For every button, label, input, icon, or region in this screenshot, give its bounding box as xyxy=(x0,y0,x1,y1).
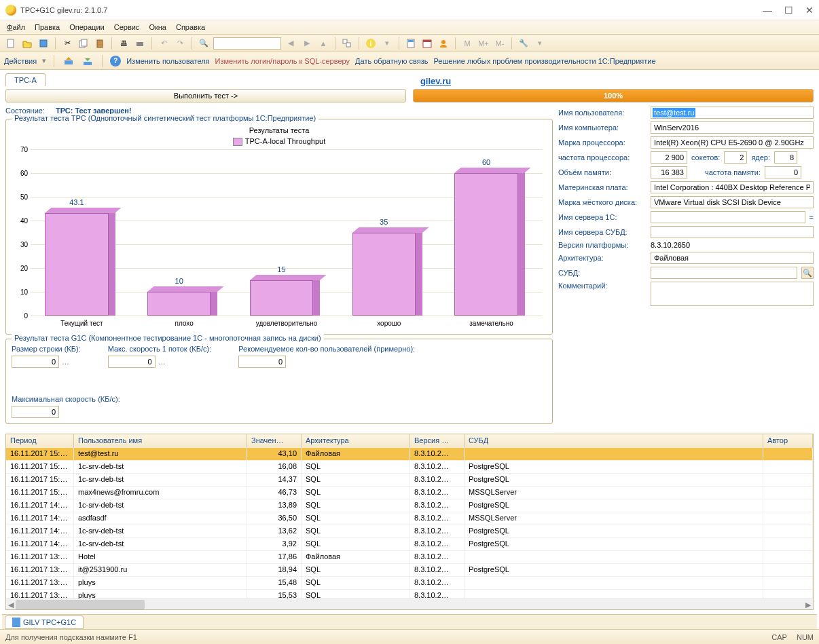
cores-field[interactable] xyxy=(774,151,797,164)
table-row[interactable]: 16.11.2017 15:1…1c-srv-deb-tst16,08SQL8.… xyxy=(6,461,813,474)
mb-field[interactable] xyxy=(651,181,814,193)
comp-field[interactable] xyxy=(651,121,814,134)
paste-icon[interactable] xyxy=(93,37,107,50)
nav-right-icon[interactable]: ▶ xyxy=(300,37,314,50)
feedback-link[interactable]: Дать обратную связь xyxy=(355,57,428,65)
change-login-link[interactable]: Изменить логин/пароль к SQL-серверу xyxy=(215,57,350,65)
svg-rect-14 xyxy=(84,62,92,65)
table-row[interactable]: 16.11.2017 13:4…pluys15,48SQL8.3.10.2… xyxy=(6,577,813,590)
print-preview-icon[interactable] xyxy=(133,37,147,50)
g1c-size-input[interactable] xyxy=(12,356,59,368)
cut-icon[interactable]: ✂ xyxy=(60,37,74,50)
change-user-link[interactable]: Изменить пользователя xyxy=(126,57,209,65)
download-icon[interactable] xyxy=(81,54,94,68)
column-header[interactable]: СУБД xyxy=(465,434,763,448)
settings-dropdown-icon[interactable]: ▾ xyxy=(533,37,547,50)
zoom-icon[interactable]: 🔍 xyxy=(197,37,211,50)
brand-link[interactable]: gilev.ru xyxy=(420,76,451,86)
table-row[interactable]: 16.11.2017 14:4…asdfasdf36,50SQL8.3.10.2… xyxy=(6,512,813,525)
m-plus-icon[interactable]: M+ xyxy=(477,37,490,50)
srvdb-field[interactable] xyxy=(651,226,814,238)
run-test-button[interactable]: Выполнить тест -> xyxy=(5,89,406,102)
window-tab-gilv[interactable]: GILV TPC+G1C xyxy=(5,615,84,629)
srv1c-field[interactable] xyxy=(651,211,805,223)
help-icon[interactable]: ? xyxy=(110,56,121,67)
main-toolbar: ✂ 🖶 ↶ ↷ 🔍 ◀ ▶ ▲ i ▾ M M+ M- 🔧 ▾ xyxy=(0,35,819,52)
table-row[interactable]: 16.11.2017 14:4…1c-srv-deb-tst13,89SQL8.… xyxy=(6,499,813,512)
column-header[interactable]: Архитектура xyxy=(302,434,410,448)
column-header[interactable]: Значен… xyxy=(247,434,302,448)
column-header[interactable]: Автор xyxy=(763,434,813,448)
menubar: Файл Правка Операции Сервис Окна Справка xyxy=(0,20,819,35)
g1c-recusers-input[interactable] xyxy=(238,356,286,368)
search-combo[interactable] xyxy=(213,37,281,50)
bar: 10 xyxy=(147,292,211,316)
table-row[interactable]: 16.11.2017 13:5…it@2531900.ru18,94SQL8.3… xyxy=(6,564,813,577)
table-row[interactable]: 16.11.2017 14:2…1c-srv-deb-tst13,62SQL8.… xyxy=(6,525,813,538)
user-field[interactable]: test@test.ru xyxy=(651,107,814,119)
nav-up-icon[interactable]: ▲ xyxy=(316,37,330,50)
arch-field[interactable] xyxy=(651,252,814,264)
memfreq-field[interactable] xyxy=(765,166,801,178)
menu-help[interactable]: Справка xyxy=(176,23,205,31)
solve-link[interactable]: Решение любых проблем производительности… xyxy=(434,57,656,65)
menu-edit[interactable]: Правка xyxy=(35,23,60,31)
settings-icon[interactable]: 🔧 xyxy=(517,37,530,50)
num-indicator: NUM xyxy=(797,633,814,641)
open-icon[interactable] xyxy=(20,37,34,50)
calc-icon[interactable] xyxy=(404,37,418,50)
subd-search-icon[interactable]: 🔍 xyxy=(801,267,814,279)
minimize-button[interactable]: — xyxy=(763,5,772,16)
g1c-maxtotal-input[interactable] xyxy=(12,406,59,418)
tabbar: ТРС-А gilev.ru xyxy=(5,71,814,86)
x-label: плохо xyxy=(133,320,236,327)
g1c-maxspd-input[interactable] xyxy=(108,356,156,368)
column-header[interactable]: Период xyxy=(6,434,74,448)
table-row[interactable]: 16.11.2017 14:0…1c-srv-deb-tst3,92SQL8.3… xyxy=(6,538,813,551)
menu-file[interactable]: Файл xyxy=(7,23,25,31)
freq-field[interactable] xyxy=(651,151,687,164)
cpu-field[interactable] xyxy=(651,136,814,149)
info-icon[interactable]: i xyxy=(364,37,378,50)
print-icon[interactable]: 🖶 xyxy=(117,37,130,50)
mem-field[interactable] xyxy=(651,166,687,178)
new-icon[interactable] xyxy=(4,37,18,50)
comment-field[interactable] xyxy=(651,282,814,306)
publish-icon[interactable] xyxy=(62,54,75,68)
tab-tpc[interactable]: ТРС-А xyxy=(5,73,46,86)
calendar-icon[interactable] xyxy=(420,37,434,50)
menu-windows[interactable]: Окна xyxy=(149,23,166,31)
dropdown-icon[interactable]: ▾ xyxy=(380,37,394,50)
chart-title: Результаты теста xyxy=(12,125,547,136)
table-row[interactable]: 16.11.2017 13:4…pluys15,53SQL8.3.10.2… xyxy=(6,590,813,599)
m-icon[interactable]: M xyxy=(460,37,474,50)
maximize-button[interactable]: ☐ xyxy=(784,5,793,16)
table-row[interactable]: 16.11.2017 15:0…1c-srv-deb-tst14,37SQL8.… xyxy=(6,474,813,487)
subd-field[interactable] xyxy=(651,267,797,279)
nav-left-icon[interactable]: ◀ xyxy=(284,37,297,50)
svg-rect-1 xyxy=(40,40,47,47)
undo-icon[interactable]: ↶ xyxy=(157,37,170,50)
actions-menu[interactable]: Действия xyxy=(4,57,37,65)
close-button[interactable]: ✕ xyxy=(805,5,814,16)
menu-operations[interactable]: Операции xyxy=(69,23,104,31)
sockets-field[interactable] xyxy=(724,151,747,164)
windows-icon[interactable] xyxy=(340,37,354,50)
user-icon[interactable] xyxy=(437,37,450,50)
column-header[interactable]: Пользователь имя xyxy=(74,434,247,448)
redo-icon[interactable]: ↷ xyxy=(173,37,187,50)
h-scrollbar[interactable]: ◀ ▶ xyxy=(6,599,813,609)
table-row[interactable]: 16.11.2017 13:5…Hotel17,86Файловая8.3.10… xyxy=(6,551,813,564)
progress-bar: 100% xyxy=(413,89,814,102)
menu-service[interactable]: Сервис xyxy=(114,23,140,31)
tpc-legend: Результат теста ТРС (Однопоточный синтет… xyxy=(12,114,318,122)
hdd-field[interactable] xyxy=(651,196,814,208)
hint-text: Для получения подсказки нажмите F1 xyxy=(5,633,771,641)
table-row[interactable]: 16.11.2017 15:0…max4news@fromru.com46,73… xyxy=(6,487,813,499)
copy-icon[interactable] xyxy=(77,37,90,50)
m-minus-icon[interactable]: M- xyxy=(493,37,507,50)
column-header[interactable]: Версия … xyxy=(410,434,465,448)
g1c-maxtotal-label: Максимальная скорость (КБ/с): xyxy=(12,395,120,403)
table-row[interactable]: 16.11.2017 15:3…test@test.ru43,10Файлова… xyxy=(6,448,813,461)
save-icon[interactable] xyxy=(37,37,50,50)
